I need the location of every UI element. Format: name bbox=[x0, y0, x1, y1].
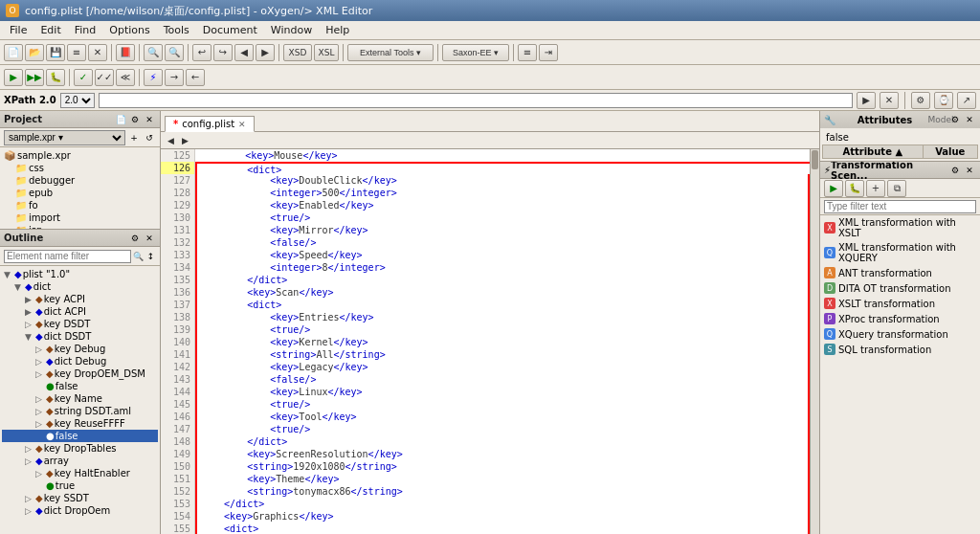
xpath-clear-button[interactable]: ✕ bbox=[880, 92, 899, 109]
transform-item-xproc[interactable]: P XProc transformation bbox=[820, 311, 980, 326]
scrollbar-thumb[interactable] bbox=[812, 150, 818, 169]
back-button[interactable]: ◀ bbox=[234, 44, 254, 61]
outline-key-dsdt[interactable]: ▷ ◆ key DSDT bbox=[2, 318, 158, 330]
forward-button[interactable]: ▶ bbox=[256, 44, 275, 61]
validate-button[interactable]: ✓ bbox=[74, 69, 93, 86]
menu-find[interactable]: Find bbox=[69, 23, 102, 37]
outline-dict[interactable]: ▼ ◆ dict bbox=[2, 280, 158, 293]
outline-key-dropoem[interactable]: ▷ ◆ key DropOEM_DSM bbox=[2, 367, 158, 380]
xpath-go-button[interactable]: ▶ bbox=[857, 92, 876, 109]
zoom-in-button[interactable]: 🔍 bbox=[144, 44, 163, 61]
close-button[interactable]: ✕ bbox=[88, 44, 107, 61]
format-button[interactable]: ≡ bbox=[518, 44, 537, 61]
xsl-button[interactable]: XSL bbox=[314, 44, 339, 61]
attr-settings-btn[interactable]: ⚙ bbox=[948, 113, 962, 126]
saxon-button[interactable]: Saxon-EE ▾ bbox=[442, 44, 509, 61]
schema-button[interactable]: XSD bbox=[283, 44, 312, 61]
outline-array[interactable]: ▷ ◆ array bbox=[2, 455, 158, 467]
transform-add-btn[interactable]: + bbox=[866, 180, 885, 197]
outline-close-btn[interactable]: ✕ bbox=[143, 232, 156, 245]
project-refresh-btn[interactable]: ↺ bbox=[143, 131, 156, 145]
nav-prev-btn[interactable]: ◀ bbox=[165, 135, 177, 146]
outline-settings-btn[interactable]: ⚙ bbox=[128, 232, 142, 245]
redo-button[interactable]: ↪ bbox=[213, 44, 233, 61]
menu-tools[interactable]: Tools bbox=[158, 23, 195, 37]
project-item-jsp[interactable]: 📁 jsp bbox=[2, 224, 158, 229]
transform-item-xquery[interactable]: Q XML transformation with XQUERY bbox=[820, 240, 980, 265]
transform-debug-btn[interactable]: 🐛 bbox=[845, 180, 864, 197]
outline-key-debug[interactable]: ▷ ◆ key Debug bbox=[2, 343, 158, 355]
menu-options[interactable]: Options bbox=[103, 23, 155, 37]
tab-config-plist[interactable]: * config.plist ✕ bbox=[165, 116, 255, 132]
transform-item-xslt[interactable]: X XSLT transformation bbox=[820, 296, 980, 311]
menu-window[interactable]: Window bbox=[265, 23, 318, 37]
project-item-import[interactable]: 📁 import bbox=[2, 211, 158, 224]
transform-run-btn[interactable]: ▶ bbox=[824, 180, 843, 197]
attr-close-btn[interactable]: ✕ bbox=[963, 113, 976, 126]
outline-key-name[interactable]: ▷ ◆ key Name bbox=[2, 392, 158, 405]
outline-key-halt[interactable]: ▷ ◆ key HaltEnabler bbox=[2, 467, 158, 479]
tab-close-btn[interactable]: ✕ bbox=[238, 120, 246, 129]
outline-false-1[interactable]: ● false bbox=[2, 380, 158, 392]
save-button[interactable]: 💾 bbox=[46, 44, 65, 61]
transform-item-dita[interactable]: D DITA OT transformation bbox=[820, 280, 980, 296]
nav-next-btn[interactable]: ▶ bbox=[179, 135, 191, 146]
save-all-button[interactable]: ≡ bbox=[67, 44, 86, 61]
outline-dict-acpi[interactable]: ▶ ◆ dict ACPI bbox=[2, 305, 158, 318]
project-new-btn[interactable]: 📄 bbox=[114, 113, 127, 126]
outline-plist[interactable]: ▼ ◆ plist "1.0" bbox=[2, 268, 158, 280]
zoom-out-button[interactable]: 🔍 bbox=[165, 44, 184, 61]
transform-item-xslt-xml[interactable]: X XML transformation with XSLT bbox=[820, 215, 980, 240]
outline-dict-dsdt[interactable]: ▼ ◆ dict DSDT bbox=[2, 330, 158, 343]
transform-close-btn[interactable]: ✕ bbox=[963, 164, 976, 177]
outline-dict-debug[interactable]: ▷ ◆ dict Debug bbox=[2, 355, 158, 367]
project-root-select[interactable]: sample.xpr ▾ bbox=[4, 130, 125, 145]
outline-key-ssdt[interactable]: ▷ ◆ key SSDT bbox=[2, 492, 158, 504]
project-settings-btn[interactable]: ⚙ bbox=[128, 113, 142, 126]
xml-content-area[interactable]: <key>Mouse</key> <dict> <key>DoubleClick… bbox=[195, 149, 810, 534]
menu-help[interactable]: Help bbox=[320, 23, 355, 37]
outline-key-droptables[interactable]: ▷ ◆ key DropTables bbox=[2, 442, 158, 455]
xpath-history-button[interactable]: ⌚ bbox=[934, 92, 953, 109]
xpath-insert-button[interactable]: ↗ bbox=[957, 92, 976, 109]
transform-item-sql[interactable]: S SQL transformation bbox=[820, 342, 980, 357]
project-item-debugger[interactable]: 📁 debugger bbox=[2, 174, 158, 187]
outline-filter-btn[interactable]: 🔍 bbox=[133, 250, 144, 263]
transform-item-ant[interactable]: A ANT transformation bbox=[820, 265, 980, 280]
xpath-prev-button[interactable]: ← bbox=[186, 69, 205, 86]
xpath-input[interactable] bbox=[99, 93, 853, 108]
outline-true[interactable]: ● true bbox=[2, 479, 158, 492]
outline-key-acpi[interactable]: ▶ ◆ key ACPI bbox=[2, 293, 158, 305]
project-add-btn[interactable]: + bbox=[127, 131, 141, 145]
undo-button[interactable]: ↩ bbox=[192, 44, 212, 61]
menu-edit[interactable]: Edit bbox=[34, 23, 66, 37]
transform-dup-btn[interactable]: ⧉ bbox=[887, 180, 906, 197]
editor-scrollbar[interactable] bbox=[810, 149, 819, 534]
xpath-version-select[interactable]: 2.0 bbox=[60, 93, 95, 108]
project-item-fo[interactable]: 📁 fo bbox=[2, 199, 158, 211]
outline-dict-dropoem[interactable]: ▷ ◆ dict DropOem bbox=[2, 504, 158, 517]
project-close-btn[interactable]: ✕ bbox=[143, 113, 156, 126]
open-button[interactable]: 📂 bbox=[25, 44, 44, 61]
pdf-button[interactable]: 📕 bbox=[116, 44, 135, 61]
project-item-css[interactable]: 📁 css bbox=[2, 162, 158, 174]
xpath-settings-button[interactable]: ⚙ bbox=[911, 92, 930, 109]
run-button[interactable]: ▶ bbox=[4, 69, 23, 86]
external-tools-button[interactable]: External Tools ▾ bbox=[347, 44, 434, 61]
validate-schema-button[interactable]: ✓✓ bbox=[95, 69, 114, 86]
project-item-epub[interactable]: 📁 epub bbox=[2, 187, 158, 199]
indent-button[interactable]: ⇥ bbox=[539, 44, 558, 61]
debug-button[interactable]: 🐛 bbox=[46, 69, 65, 86]
xpath-next-button[interactable]: → bbox=[165, 69, 184, 86]
check-wf-button[interactable]: ≪ bbox=[116, 69, 135, 86]
menu-document[interactable]: Document bbox=[197, 23, 263, 37]
outline-false-selected[interactable]: ● false bbox=[2, 430, 158, 442]
new-button[interactable]: 📄 bbox=[4, 44, 23, 61]
outline-string-dsdt[interactable]: ▷ ◆ string DSDT.aml bbox=[2, 405, 158, 417]
outline-sort-btn[interactable]: ↕ bbox=[145, 250, 156, 263]
outline-key-reuse[interactable]: ▷ ◆ key ReuseFFFF bbox=[2, 417, 158, 430]
project-item-sample-xpr[interactable]: 📦 sample.xpr bbox=[2, 149, 158, 162]
attr-model-tab[interactable]: Model bbox=[934, 113, 947, 126]
outline-filter-input[interactable] bbox=[4, 250, 131, 263]
transform-settings-btn[interactable]: ⚙ bbox=[948, 164, 962, 177]
